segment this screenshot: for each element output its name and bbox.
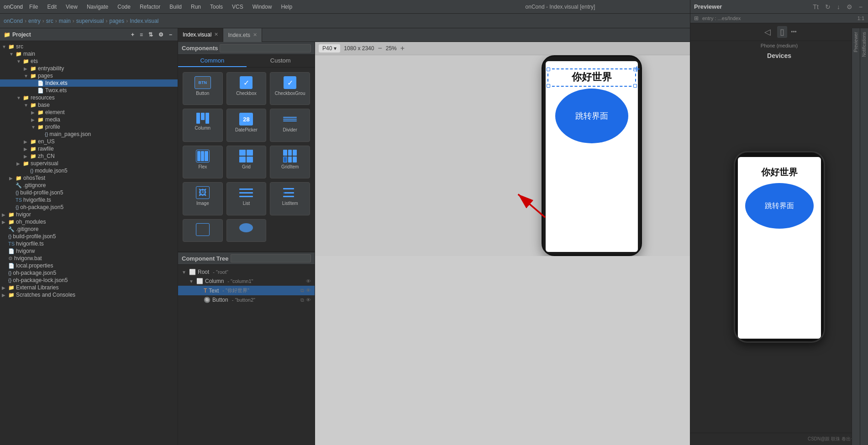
prev-download-icon[interactable]: ↓	[835, 3, 842, 10]
canvas-phone-button[interactable]: 跳转界面	[555, 89, 628, 143]
device-selector[interactable]: P40 ▾	[319, 44, 340, 52]
tree-item-twox-ets[interactable]: ▶📄Twox.ets	[0, 87, 178, 94]
tree-item-build-profile-json5[interactable]: ▶{}build-profile.json5	[0, 189, 178, 196]
tree-arrow[interactable]: ▼	[24, 73, 29, 79]
component-listitem[interactable]: ListItem	[270, 182, 310, 215]
tree-item-local-properties[interactable]: ▶📄local.properties	[0, 262, 178, 269]
previewer-grid-icon[interactable]: ⊞	[694, 15, 699, 21]
tree-item-src[interactable]: ▼📁src	[0, 43, 178, 50]
breadcrumb-supervisual[interactable]: supervisual	[76, 18, 104, 24]
tree-arrow[interactable]: ▼	[24, 103, 29, 108]
tree-arrow[interactable]: ▶	[2, 285, 7, 290]
breadcrumb-entry[interactable]: entry	[28, 18, 41, 24]
breadcrumb-app[interactable]: onCond	[4, 18, 23, 24]
zoom-in-button[interactable]: +	[400, 44, 405, 52]
tab-custom[interactable]: Custom	[247, 55, 315, 67]
prev-settings-icon[interactable]: ⚙	[845, 3, 854, 10]
new-file-icon[interactable]: +	[129, 31, 136, 39]
component-list[interactable]: List	[226, 182, 267, 215]
tree-item-en-us[interactable]: ▶📁en_US	[0, 138, 178, 145]
tree-arrow[interactable]: ▶	[31, 110, 37, 115]
tree-arrow[interactable]: ▶	[9, 176, 15, 181]
tab-index-visual[interactable]: Index.visual ✕	[178, 28, 223, 42]
tree-item-text[interactable]: ▶ T Text - "你好世界" ⧉ 👁	[178, 286, 315, 295]
prev-more-button[interactable]: •••	[791, 29, 797, 35]
tree-item-oh-package-json5[interactable]: ▶{}oh-package.json5	[0, 269, 178, 277]
menu-vcs[interactable]: VCS	[229, 4, 246, 10]
breadcrumb-src[interactable]: src	[46, 18, 53, 24]
tab-index-ets-close[interactable]: ✕	[253, 32, 257, 38]
text-visible-icon[interactable]: 👁	[306, 288, 311, 293]
tree-arrow[interactable]: ▼	[2, 44, 7, 49]
tree-item-hvigorw-bat[interactable]: ▶⚙hvigorw.bat	[0, 255, 178, 262]
menu-edit[interactable]: Edit	[44, 4, 59, 10]
tree-item-hvigor[interactable]: ▶📁hvigor	[0, 211, 178, 218]
prev-portrait-button[interactable]: ▯	[777, 26, 787, 38]
menu-run[interactable]: Run	[188, 4, 204, 10]
component-checkboxgroup[interactable]: ✓ CheckboxGrou	[270, 72, 310, 105]
breadcrumb-pages[interactable]: pages	[109, 18, 124, 24]
tree-item-oh-package-lock-json5[interactable]: ▶{}oh-package-lock.json5	[0, 277, 178, 284]
tree-item-oh-modules[interactable]: ▶📁oh_modules	[0, 218, 178, 225]
tree-arrow[interactable]: ▼	[16, 59, 22, 64]
tab-index-ets[interactable]: Index.ets ✕	[223, 28, 262, 42]
notifications-label[interactable]: Notifications	[861, 30, 868, 58]
button-visible-icon[interactable]: 👁	[306, 297, 311, 303]
menu-file[interactable]: File	[26, 4, 41, 10]
tree-item-ohostest[interactable]: ▶📁ohosTest	[0, 174, 178, 182]
menu-navigate[interactable]: Navigate	[84, 4, 111, 10]
tree-arrow[interactable]: ▶	[24, 147, 29, 152]
component-griditem[interactable]: GridItem	[270, 146, 310, 178]
root-expand-icon[interactable]: ▼	[182, 270, 187, 275]
breadcrumb-file[interactable]: Index.visual	[130, 18, 158, 24]
close-panel-icon[interactable]: −	[167, 31, 174, 39]
tree-arrow[interactable]: ▼	[31, 125, 37, 130]
prev-back-button[interactable]: ◁	[762, 26, 773, 38]
tree-item-profile[interactable]: ▼📁profile	[0, 123, 178, 131]
menu-refactor[interactable]: Refactor	[137, 4, 163, 10]
tree-item-hvigorfile-ts[interactable]: ▶TShvigorfile.ts	[0, 196, 178, 204]
component-flex[interactable]: Flex	[183, 146, 223, 178]
tree-item-supervisual[interactable]: ▶📁supervisual	[0, 160, 178, 167]
previewer-sidebar-label[interactable]: Previewer	[852, 30, 859, 54]
menu-code[interactable]: Code	[115, 4, 133, 10]
tree-arrow[interactable]: ▶	[24, 154, 29, 159]
menu-window[interactable]: Window	[250, 4, 275, 10]
component-more2[interactable]	[226, 219, 267, 242]
menu-tools[interactable]: Tools	[207, 4, 226, 10]
collapse-icon[interactable]: ≡	[138, 31, 145, 39]
tree-arrow[interactable]: ▶	[2, 212, 7, 217]
tree-item-module-json5[interactable]: ▶{}module.json5	[0, 167, 178, 174]
tree-item-oh-package-json5[interactable]: ▶{}oh-package.json5	[0, 204, 178, 211]
component-checkbox[interactable]: ✓ Checkbox	[226, 72, 267, 105]
tree-arrow[interactable]: ▼	[9, 52, 15, 57]
tree-arrow[interactable]: ▼	[16, 95, 22, 100]
tree-item-main-pages-json[interactable]: ▶{}main_pages.json	[0, 131, 178, 138]
tab-common[interactable]: Common	[178, 55, 247, 67]
settings-gear-icon[interactable]: ⚙	[157, 31, 165, 39]
sort-icon[interactable]: ⇅	[147, 31, 155, 39]
tree-arrow[interactable]: ▶	[24, 66, 29, 71]
breadcrumb-main[interactable]: main	[59, 18, 71, 24]
component-divider[interactable]: Divider	[270, 109, 310, 141]
component-datepicker[interactable]: 28 DatePicker	[226, 109, 267, 141]
component-button[interactable]: BTN Button	[183, 72, 223, 105]
tree-item-pages[interactable]: ▼📁pages	[0, 72, 178, 79]
menu-build[interactable]: Build	[167, 4, 184, 10]
tree-arrow[interactable]: ▶	[2, 293, 7, 298]
components-search[interactable]	[220, 44, 311, 52]
tree-item-base[interactable]: ▼📁base	[0, 101, 178, 109]
component-more1[interactable]	[183, 219, 223, 242]
tree-item-build-profile-json5[interactable]: ▶{}build-profile.json5	[0, 233, 178, 240]
tree-arrow[interactable]: ▶	[2, 220, 7, 225]
tree-arrow[interactable]: ▶	[24, 139, 29, 144]
tree-item--gitignore[interactable]: ▶🔧.gitignore	[0, 182, 178, 189]
component-tree-search[interactable]	[231, 254, 311, 262]
tree-item-ets[interactable]: ▼📁ets	[0, 58, 178, 65]
zoom-out-button[interactable]: −	[378, 44, 382, 52]
text-copy-icon[interactable]: ⧉	[300, 288, 304, 293]
tree-item-hvigorw[interactable]: ▶📄hvigorw	[0, 247, 178, 255]
component-image[interactable]: 🖼 Image	[183, 182, 223, 215]
menu-help[interactable]: Help	[278, 4, 295, 10]
component-column[interactable]: Column	[183, 109, 223, 141]
